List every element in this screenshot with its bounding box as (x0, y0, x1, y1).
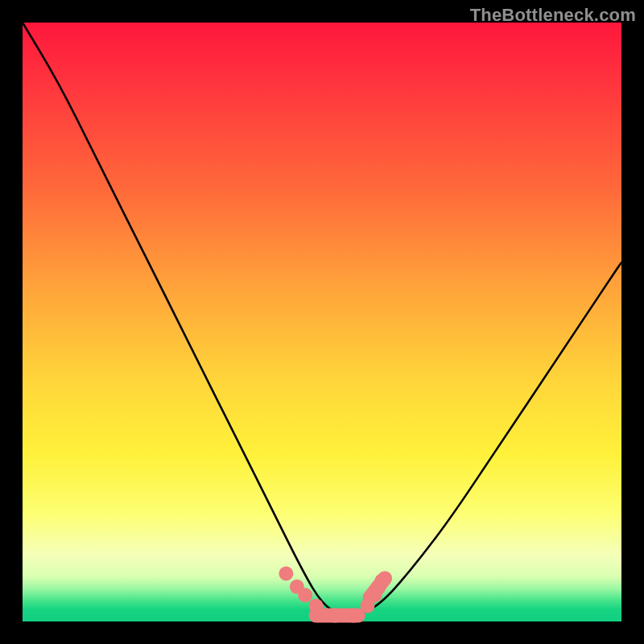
watermark-label: TheBottleneck.com (470, 5, 636, 26)
plot-background-gradient (23, 23, 621, 621)
chart-frame: TheBottleneck.com (0, 0, 644, 644)
